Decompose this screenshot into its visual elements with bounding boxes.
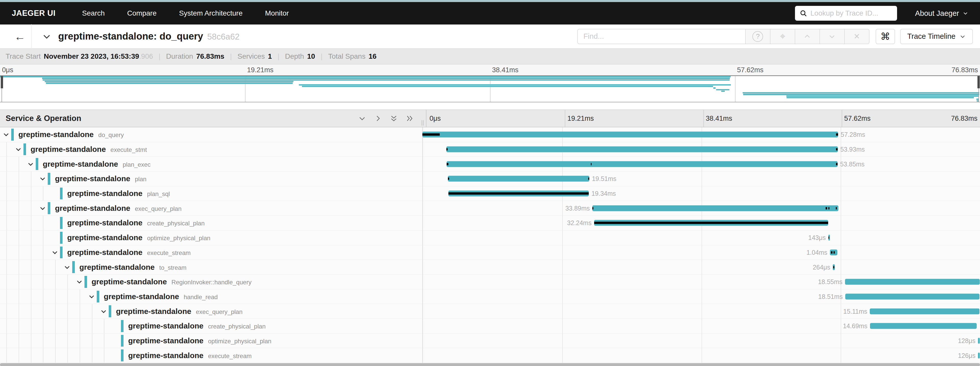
span-row[interactable]: greptime-standalonedo_query57.28ms [0, 127, 980, 142]
span-row-name-cell[interactable]: greptime-standalonecreate_physical_plan [0, 319, 422, 333]
keyboard-shortcuts-button[interactable]: ⌘ [876, 29, 895, 44]
span-row[interactable]: greptime-standalonecreate_physical_plan3… [0, 216, 980, 231]
span-row-timeline-cell[interactable]: 18.55ms [422, 275, 980, 289]
span-expand-chevron[interactable] [100, 308, 107, 315]
span-duration-bar[interactable] [870, 323, 977, 329]
scrollbar-thumb[interactable] [0, 363, 980, 366]
span-row-timeline-cell[interactable]: 264μs [422, 260, 980, 274]
indent-guide [6, 348, 7, 363]
span-row-name-cell[interactable]: greptime-standaloneexecute_stream [0, 348, 422, 363]
span-expand-chevron[interactable] [27, 161, 34, 168]
span-row[interactable]: greptime-standaloneexecute_stmt53.93ms [0, 142, 980, 157]
nav-item-system-architecture[interactable]: System Architecture [168, 9, 254, 18]
span-expand-chevron[interactable] [39, 205, 46, 212]
expand-one-button[interactable] [374, 115, 382, 123]
span-row-timeline-cell[interactable]: 33.89ms [422, 201, 980, 215]
span-duration-bar[interactable] [978, 352, 980, 358]
span-duration-bar[interactable] [446, 146, 838, 152]
span-row[interactable]: greptime-standaloneexecute_stream126μs [0, 348, 980, 363]
span-expand-chevron[interactable] [51, 249, 59, 256]
find-focus-button[interactable]: ⌖ [770, 29, 795, 44]
span-row-timeline-cell[interactable]: 126μs [422, 348, 980, 363]
span-row-name-cell[interactable]: greptime-standaloneplan [0, 172, 422, 186]
back-arrow-button[interactable]: ← [9, 31, 31, 42]
span-row-name-cell[interactable]: greptime-standaloneoptimize_physical_pla… [0, 231, 422, 245]
span-row[interactable]: greptime-standaloneplan_sql19.34ms [0, 186, 980, 201]
span-row[interactable]: greptime-standaloneexec_query_plan33.89m… [0, 201, 980, 216]
find-prev-button[interactable] [795, 29, 820, 44]
trace-lookup-input[interactable] [810, 9, 892, 18]
span-duration-bar[interactable] [447, 161, 837, 167]
span-duration-bar[interactable] [422, 132, 838, 138]
span-duration-bar[interactable] [845, 293, 980, 299]
span-expand-chevron[interactable] [88, 293, 95, 300]
span-row-timeline-cell[interactable]: 1.04ms [422, 245, 980, 260]
span-expand-chevron[interactable] [76, 278, 83, 285]
trace-lookup-box[interactable] [795, 6, 897, 21]
span-row[interactable]: greptime-standaloneplan_exec53.85ms [0, 157, 980, 172]
span-row[interactable]: greptime-standaloneexec_query_plan15.11m… [0, 304, 980, 319]
span-row[interactable]: greptime-standaloneoptimize_physical_pla… [0, 231, 980, 245]
view-selector-button[interactable]: Trace Timeline [900, 29, 973, 44]
nav-item-search[interactable]: Search [71, 9, 116, 18]
span-duration-bar[interactable] [448, 176, 590, 182]
column-resizer-handle[interactable]: || [421, 110, 425, 127]
span-row-name-cell[interactable]: greptime-standaloneto_stream [0, 260, 422, 274]
span-row-timeline-cell[interactable]: 19.51ms [422, 172, 980, 186]
span-row[interactable]: greptime-standaloneoptimize_physical_pla… [0, 334, 980, 348]
about-jaeger-menu[interactable]: About Jaeger [915, 9, 968, 18]
span-row-timeline-cell[interactable]: 19.34ms [422, 186, 980, 201]
span-duration-bar[interactable] [845, 279, 980, 285]
minimap-right-scrubber[interactable] [977, 76, 980, 88]
span-row[interactable]: greptime-standaloneto_stream264μs [0, 260, 980, 275]
span-row-timeline-cell[interactable]: 14.69ms [422, 319, 980, 333]
collapse-one-button[interactable] [358, 115, 366, 123]
span-row-timeline-cell[interactable]: 57.28ms [422, 127, 980, 142]
span-row[interactable]: greptime-standaloneexecute_stream1.04ms [0, 245, 980, 260]
span-row-timeline-cell[interactable]: 143μs [422, 231, 980, 245]
indent-guide [6, 245, 7, 260]
span-row-name-cell[interactable]: greptime-standaloneplan_exec [0, 157, 422, 171]
collapse-all-button[interactable] [390, 115, 398, 123]
span-row[interactable]: greptime-standalonehandle_read18.51ms [0, 290, 980, 304]
span-row-name-cell[interactable]: greptime-standaloneexec_query_plan [0, 304, 422, 318]
span-row-timeline-cell[interactable]: 128μs [422, 334, 980, 348]
span-duration-bar[interactable] [870, 308, 980, 314]
span-row-name-cell[interactable]: greptime-standaloneexecute_stream [0, 245, 422, 260]
span-expand-chevron[interactable] [64, 264, 71, 271]
summary-label: Total Spans [328, 53, 366, 60]
span-row-name-cell[interactable]: greptime-standalonecreate_physical_plan [0, 216, 422, 230]
trace-collapse-chevron[interactable] [42, 32, 52, 41]
span-row[interactable]: greptime-standaloneplan19.51ms [0, 172, 980, 186]
span-expand-chevron[interactable] [3, 131, 10, 138]
span-row-name-cell[interactable]: greptime-standalonehandle_read [0, 290, 422, 304]
span-row-name-cell[interactable]: greptime-standaloneexec_query_plan [0, 201, 422, 215]
span-row-timeline-cell[interactable]: 15.11ms [422, 304, 980, 318]
nav-item-compare[interactable]: Compare [116, 9, 168, 18]
span-duration-label: 57.28ms [838, 131, 865, 138]
span-duration-bar[interactable] [978, 338, 980, 344]
span-expand-chevron[interactable] [39, 175, 46, 182]
span-row-timeline-cell[interactable]: 18.51ms [422, 290, 980, 304]
find-help-button[interactable]: ? [746, 29, 770, 44]
span-row[interactable]: greptime-standaloneRegionInvoker::handle… [0, 275, 980, 290]
nav-item-monitor[interactable]: Monitor [254, 9, 300, 18]
minimap-left-scrubber[interactable] [1, 76, 3, 88]
find-next-button[interactable] [820, 29, 845, 44]
span-row-timeline-cell[interactable]: 53.85ms [422, 157, 980, 171]
span-row-name-cell[interactable]: greptime-standaloneplan_sql [0, 186, 422, 201]
minimap-canvas[interactable] [0, 75, 980, 102]
span-duration-bar[interactable] [592, 205, 838, 211]
find-clear-button[interactable]: ✕ [845, 29, 870, 44]
span-row-name-cell[interactable]: greptime-standaloneexecute_stmt [0, 142, 422, 157]
span-row-name-cell[interactable]: greptime-standalonedo_query [0, 127, 422, 142]
find-input[interactable] [577, 29, 746, 44]
span-expand-chevron[interactable] [15, 146, 22, 153]
span-row[interactable]: greptime-standalonecreate_physical_plan1… [0, 319, 980, 334]
span-row-timeline-cell[interactable]: 53.93ms [422, 142, 980, 157]
horizontal-scrollbar[interactable] [0, 363, 980, 366]
expand-all-button[interactable] [406, 115, 414, 123]
span-row-timeline-cell[interactable]: 32.24ms [422, 216, 980, 230]
span-row-name-cell[interactable]: greptime-standaloneoptimize_physical_pla… [0, 334, 422, 348]
span-row-name-cell[interactable]: greptime-standaloneRegionInvoker::handle… [0, 275, 422, 289]
